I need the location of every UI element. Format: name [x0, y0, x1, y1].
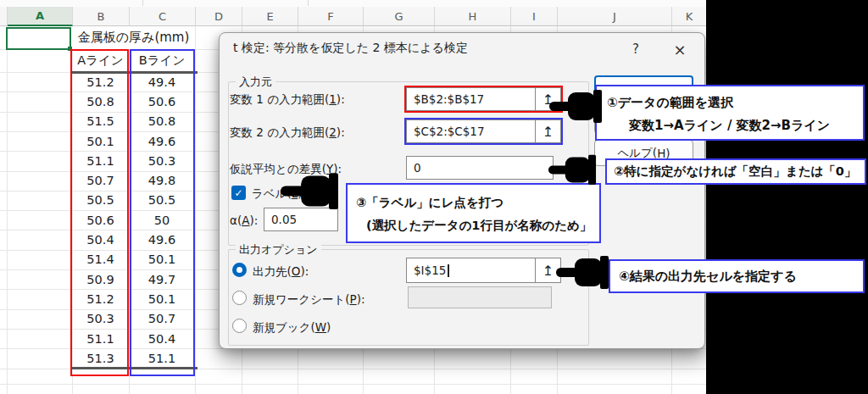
new-worksheet-input: [408, 286, 552, 308]
labels-checkbox[interactable]: ✓: [231, 186, 246, 200]
new-workbook-radio[interactable]: [232, 319, 247, 333]
var1-range-outline: $B$2:$B$17 ↥: [404, 86, 563, 113]
black-masked-region: [706, 0, 868, 394]
output-range-radio[interactable]: [232, 263, 247, 277]
note3-line1: ③「ラベル」にレ点を打つ: [356, 191, 599, 214]
column-header-f[interactable]: F: [298, 7, 364, 26]
top-divider: [142, 0, 143, 6]
dialog-title: t 検定: 等分散を仮定した 2 標本による検定: [233, 41, 468, 56]
sheet-top-strip: [0, 0, 706, 7]
output-range-input[interactable]: $I$15 ↥: [406, 258, 561, 283]
column-headers: ABCDEFGHIJK: [0, 7, 707, 26]
column-header-h[interactable]: H: [435, 7, 511, 26]
output-group-label: 出力オプション: [236, 242, 321, 258]
annotation-note-4: ④結果の出力先セルを指定する: [609, 259, 865, 293]
column-header-i[interactable]: I: [511, 7, 558, 26]
new-workbook-label: 新規ブック(W): [253, 320, 331, 336]
dialog-help-button[interactable]: ?: [625, 40, 647, 58]
selected-cell-a1[interactable]: [6, 27, 71, 50]
column-header-k[interactable]: K: [672, 7, 707, 26]
pointing-hand-icon: [548, 153, 597, 186]
note1-line2: 変数1→Aライン / 変数2→Bライン: [607, 114, 863, 137]
annotation-note-3: ③「ラベル」にレ点を打つ (選択したデータの1行目が名称のため」: [346, 183, 601, 243]
annotation-note-2: ②特に指定がなければ「空白」または「0」: [605, 158, 866, 185]
note3-line2: (選択したデータの1行目が名称のため」: [356, 214, 599, 237]
var1-range-value[interactable]: $B$2:$B$17: [407, 88, 535, 110]
pointing-hand-icon: [556, 254, 609, 290]
range-outline-var1: [70, 49, 129, 376]
range-outline-var2: [130, 49, 195, 376]
close-icon[interactable]: ×: [667, 39, 693, 59]
note1-line1: ①データの範囲を選択: [607, 92, 863, 114]
column-header-a[interactable]: A: [8, 7, 73, 26]
grid-line: [195, 26, 196, 394]
column-header-g[interactable]: G: [364, 7, 435, 26]
grid-line: [7, 26, 8, 394]
pointing-hand-icon: [549, 88, 602, 124]
text-cursor: [448, 264, 449, 277]
var2-range-outline: $C$2:$C$17 ↥: [404, 118, 563, 145]
column-header-e[interactable]: E: [242, 7, 298, 26]
var2-range-value[interactable]: $C$2:$C$17: [407, 120, 535, 142]
grid-line: [0, 384, 706, 385]
hypothesized-mean-input[interactable]: 0: [406, 156, 554, 180]
row-header-stub: [0, 7, 8, 26]
new-worksheet-radio[interactable]: [232, 291, 247, 305]
output-range-value[interactable]: $I$15: [407, 258, 535, 282]
var1-range-input[interactable]: $B$2:$B$17 ↥: [406, 87, 561, 111]
column-header-b[interactable]: B: [73, 7, 130, 26]
column-header-d[interactable]: D: [196, 7, 242, 26]
pointing-hand-icon: [278, 171, 341, 210]
output-range-label: 出力先(O):: [253, 264, 309, 280]
alpha-label: α(A):: [230, 214, 258, 227]
top-divider: [308, 0, 309, 6]
new-worksheet-label: 新規ワークシート(P):: [253, 292, 365, 308]
var2-range-input[interactable]: $C$2:$C$17 ↥: [406, 119, 561, 143]
annotation-note-1: ①データの範囲を選択 変数1→Aライン / 変数2→Bライン: [595, 85, 865, 141]
table-title-cell[interactable]: 金属板の厚み(mm): [72, 26, 195, 49]
screenshot-canvas: ABCDEFGHIJK 金属板の厚み(mm) Aライン Bライン 51.249.…: [0, 0, 868, 394]
alpha-input[interactable]: 0.05: [264, 208, 338, 231]
input-group-label: 入力元: [236, 75, 275, 90]
var2-label: 変数 2 の入力範囲(2):: [230, 125, 345, 141]
column-header-c[interactable]: C: [130, 7, 196, 26]
var1-label: 変数 1 の入力範囲(1):: [230, 92, 345, 108]
column-header-j[interactable]: J: [558, 7, 672, 26]
